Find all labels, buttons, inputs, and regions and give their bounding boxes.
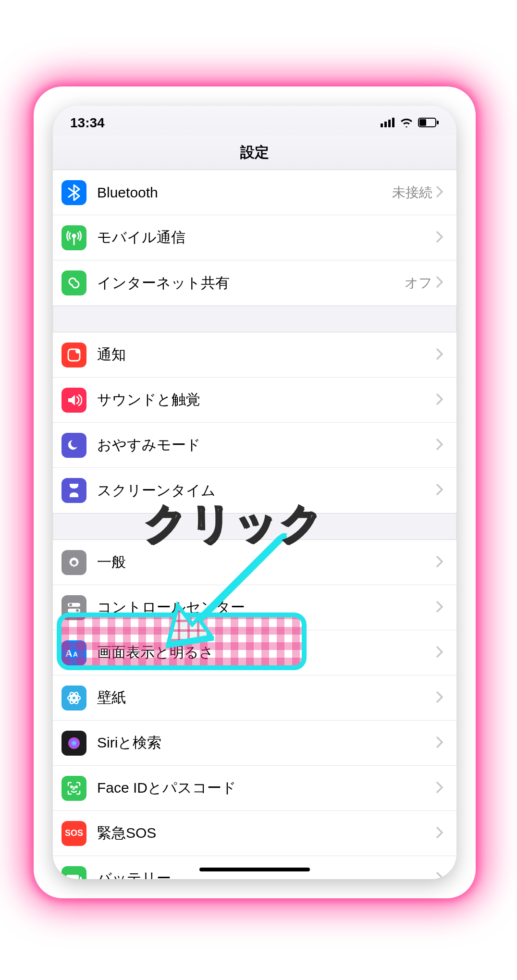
row-label: Siriと検索 bbox=[97, 733, 436, 753]
row-screentime[interactable]: スクリーンタイム bbox=[53, 468, 456, 513]
row-label: Face IDとパスコード bbox=[97, 778, 436, 798]
row-label: 壁紙 bbox=[97, 688, 436, 708]
row-faceid[interactable]: Face IDとパスコード bbox=[53, 766, 456, 811]
chevron-right-icon bbox=[436, 439, 443, 452]
chevron-right-icon bbox=[436, 186, 443, 199]
settings-list[interactable]: Bluetooth 未接続 モバイル通信 インターネット共有 オフ bbox=[53, 170, 456, 879]
siri-icon bbox=[62, 731, 86, 756]
home-indicator[interactable] bbox=[199, 868, 310, 871]
group-gap bbox=[53, 514, 456, 539]
chevron-right-icon bbox=[436, 484, 443, 497]
svg-point-16 bbox=[72, 696, 76, 700]
text-size-icon: AA bbox=[62, 640, 86, 665]
row-label: 緊急SOS bbox=[97, 823, 436, 843]
svg-point-11 bbox=[69, 603, 72, 606]
wifi-icon bbox=[400, 115, 413, 131]
svg-rect-6 bbox=[437, 121, 439, 124]
status-time: 13:34 bbox=[70, 115, 105, 131]
row-wallpaper[interactable]: 壁紙 bbox=[53, 675, 456, 721]
svg-rect-3 bbox=[392, 118, 394, 127]
svg-rect-5 bbox=[419, 119, 426, 126]
chevron-right-icon bbox=[436, 646, 443, 660]
chevron-right-icon bbox=[436, 231, 443, 245]
row-sos[interactable]: SOS 緊急SOS bbox=[53, 811, 456, 856]
cellular-signal-icon bbox=[381, 115, 395, 131]
row-general[interactable]: 一般 bbox=[53, 540, 456, 585]
row-control-center[interactable]: コントロールセンター bbox=[53, 585, 456, 630]
svg-point-20 bbox=[68, 737, 80, 749]
moon-icon bbox=[62, 433, 86, 458]
chevron-right-icon bbox=[436, 736, 443, 750]
row-label: 一般 bbox=[97, 552, 436, 572]
row-label: スクリーンタイム bbox=[97, 481, 436, 501]
settings-group-connectivity: Bluetooth 未接続 モバイル通信 インターネット共有 オフ bbox=[53, 170, 456, 306]
switches-icon bbox=[62, 595, 86, 620]
svg-text:A: A bbox=[73, 650, 78, 658]
chevron-right-icon bbox=[436, 348, 443, 362]
svg-point-22 bbox=[75, 786, 77, 787]
chevron-right-icon bbox=[436, 393, 443, 407]
settings-group-notifications: 通知 サウンドと触覚 おやすみモード ス bbox=[53, 332, 456, 514]
svg-rect-2 bbox=[388, 120, 391, 127]
row-label: サウンドと触覚 bbox=[97, 390, 436, 410]
gear-icon bbox=[62, 550, 86, 575]
battery-icon bbox=[418, 115, 439, 131]
status-indicators bbox=[381, 115, 439, 131]
svg-rect-0 bbox=[381, 123, 383, 127]
svg-point-9 bbox=[75, 349, 80, 354]
svg-rect-24 bbox=[80, 877, 82, 880]
svg-point-21 bbox=[71, 786, 72, 787]
chevron-right-icon bbox=[436, 782, 443, 795]
phone-frame: 13:34 設定 Bluetooth 未接続 bbox=[53, 106, 456, 879]
hourglass-icon bbox=[62, 478, 86, 503]
row-value: オフ bbox=[405, 274, 432, 292]
row-label: Bluetooth bbox=[97, 184, 392, 201]
row-bluetooth[interactable]: Bluetooth 未接続 bbox=[53, 170, 456, 215]
notification-icon bbox=[62, 343, 86, 368]
row-label: 画面表示と明るさ bbox=[97, 643, 436, 662]
row-sounds[interactable]: サウンドと触覚 bbox=[53, 378, 456, 423]
navbar: 設定 bbox=[53, 135, 456, 170]
chevron-right-icon bbox=[436, 691, 443, 705]
row-siri[interactable]: Siriと検索 bbox=[53, 721, 456, 766]
svg-rect-1 bbox=[384, 122, 387, 127]
chevron-right-icon bbox=[436, 556, 443, 569]
svg-point-13 bbox=[76, 609, 79, 612]
row-value: 未接続 bbox=[392, 184, 432, 202]
row-display-brightness[interactable]: AA 画面表示と明るさ bbox=[53, 630, 456, 675]
sos-icon: SOS bbox=[62, 821, 86, 846]
link-icon bbox=[62, 270, 86, 295]
row-label: モバイル通信 bbox=[97, 228, 436, 247]
row-label: 通知 bbox=[97, 345, 436, 365]
group-gap bbox=[53, 306, 456, 332]
faceid-icon bbox=[62, 776, 86, 801]
wallpaper-icon bbox=[62, 686, 86, 710]
antenna-icon bbox=[62, 225, 86, 250]
row-notifications[interactable]: 通知 bbox=[53, 332, 456, 378]
page-title: 設定 bbox=[240, 143, 269, 162]
chevron-right-icon bbox=[436, 827, 443, 840]
row-personal-hotspot[interactable]: インターネット共有 オフ bbox=[53, 260, 456, 306]
row-dnd[interactable]: おやすみモード bbox=[53, 423, 456, 468]
settings-group-general: 一般 コントロールセンター AA 画面表示と明るさ bbox=[53, 539, 456, 879]
row-label: インターネット共有 bbox=[97, 273, 405, 293]
svg-text:A: A bbox=[65, 648, 72, 659]
bluetooth-icon bbox=[62, 180, 86, 205]
chevron-right-icon bbox=[436, 276, 443, 290]
row-label: コントロールセンター bbox=[97, 598, 436, 617]
speaker-icon bbox=[62, 388, 86, 413]
status-bar: 13:34 bbox=[53, 106, 456, 135]
row-mobile-data[interactable]: モバイル通信 bbox=[53, 215, 456, 260]
row-label: おやすみモード bbox=[97, 435, 436, 455]
chevron-right-icon bbox=[436, 601, 443, 614]
